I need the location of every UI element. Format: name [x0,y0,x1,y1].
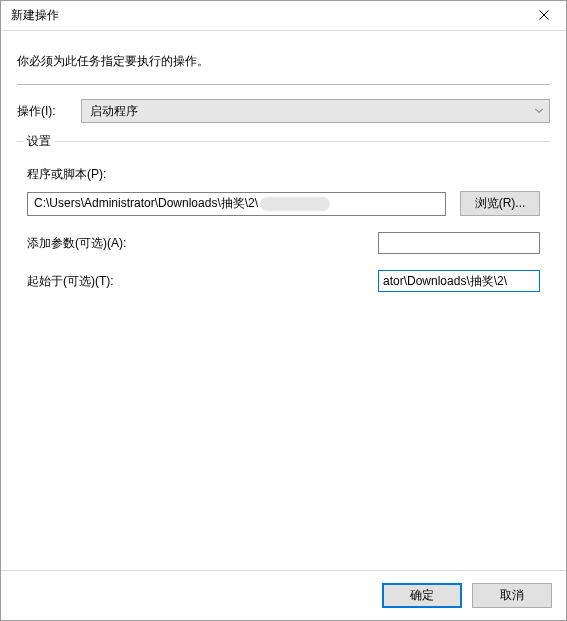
startin-label: 起始于(可选)(T): [27,273,378,290]
cancel-button-label: 取消 [500,587,524,604]
dialog-title: 新建操作 [11,7,59,24]
program-label: 程序或脚本(P): [27,166,540,183]
new-action-dialog: 新建操作 你必须为此任务指定要执行的操作。 操作(I): 启动程序 [0,0,567,621]
button-bar: 确定 取消 [1,570,566,620]
program-input-value: C:\Users\Administrator\Downloads\抽奖\2\ [34,195,258,212]
close-icon [539,9,549,23]
settings-legend: 设置 [23,133,55,150]
arguments-row: 添加参数(可选)(A): [27,232,540,254]
divider [17,84,550,85]
cancel-button[interactable]: 取消 [472,583,552,608]
startin-input[interactable]: ator\Downloads\抽奖\2\ [378,270,540,292]
titlebar: 新建操作 [1,1,566,31]
action-select-value: 启动程序 [90,103,138,120]
instruction-text: 你必须为此任务指定要执行的操作。 [17,53,550,70]
action-row: 操作(I): 启动程序 [17,99,550,123]
action-label: 操作(I): [17,103,73,120]
browse-button[interactable]: 浏览(R)... [460,191,540,216]
settings-group: 设置 程序或脚本(P): C:\Users\Administrator\Down… [17,141,550,570]
action-select[interactable]: 启动程序 [81,99,550,123]
startin-row: 起始于(可选)(T): ator\Downloads\抽奖\2\ [27,270,540,292]
ok-button-label: 确定 [410,587,434,604]
ok-button[interactable]: 确定 [382,583,462,608]
browse-button-label: 浏览(R)... [475,195,526,212]
dialog-body: 你必须为此任务指定要执行的操作。 操作(I): 启动程序 设置 程序或脚本(P)… [1,31,566,570]
close-button[interactable] [521,1,566,31]
arguments-label: 添加参数(可选)(A): [27,235,378,252]
program-input[interactable]: C:\Users\Administrator\Downloads\抽奖\2\ [27,192,446,216]
program-row: C:\Users\Administrator\Downloads\抽奖\2\ 浏… [27,191,540,216]
redacted-segment [260,197,330,211]
arguments-input[interactable] [378,232,540,254]
action-select-wrap: 启动程序 [81,99,550,123]
chevron-down-icon [535,109,543,114]
startin-input-value: ator\Downloads\抽奖\2\ [383,273,507,290]
